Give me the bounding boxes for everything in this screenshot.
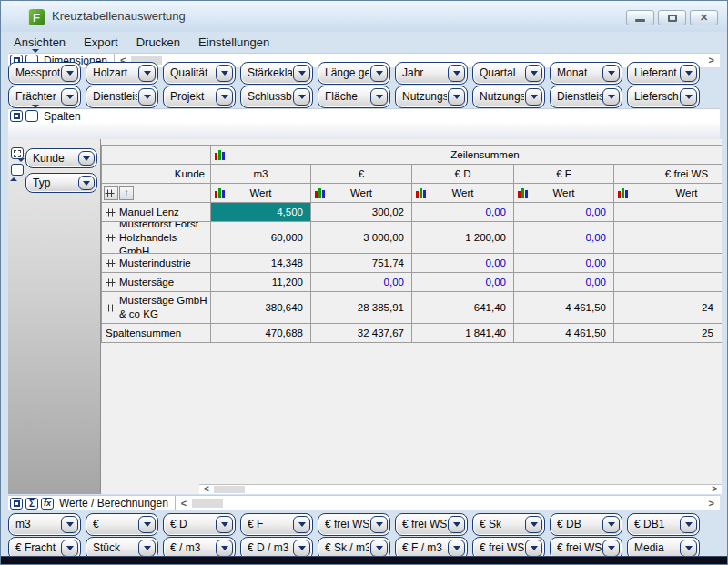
dimension-field-schlussbrief[interactable]: Schlussbrief — [240, 86, 313, 108]
panel-square-icon[interactable] — [10, 498, 23, 510]
value-cell[interactable] — [614, 222, 722, 254]
chevron-down-icon[interactable] — [602, 516, 620, 533]
sort-up-button[interactable]: ↑ — [119, 186, 134, 200]
chevron-down-icon[interactable] — [680, 88, 697, 106]
dimension-field-jahr[interactable]: Jahr — [395, 62, 468, 85]
value-cell[interactable]: 751,74 — [311, 254, 412, 273]
chevron-down-icon[interactable] — [138, 540, 156, 557]
chevron-down-icon[interactable] — [216, 88, 233, 106]
chevron-down-icon[interactable] — [78, 151, 95, 166]
dimension-field-qualität[interactable]: Qualität — [163, 62, 236, 85]
dimension-field-lieferschein[interactable]: Lieferschein — [627, 86, 700, 108]
value-cell[interactable]: 0,00 — [514, 203, 614, 222]
value-cell[interactable]: 1 200,00 — [412, 222, 514, 254]
column-header-d[interactable]: € D — [412, 165, 514, 184]
menu-item-ansichten[interactable]: Ansichten — [5, 33, 75, 52]
chevron-down-icon[interactable] — [216, 65, 233, 82]
scroll-left-icon[interactable]: < — [199, 485, 214, 494]
dimension-field-fläche[interactable]: Fläche — [318, 86, 390, 108]
dimension-field-quartal[interactable]: Quartal — [472, 62, 545, 85]
close-button[interactable]: ✕ — [690, 10, 718, 25]
column-header-m3[interactable]: m3 — [211, 165, 311, 184]
chevron-down-icon[interactable] — [525, 516, 542, 533]
chevron-down-icon[interactable] — [293, 88, 310, 106]
chevron-down-icon[interactable] — [448, 88, 465, 106]
menu-item-einstellungen[interactable]: Einstellungen — [189, 33, 278, 52]
value-field-item[interactable]: € — [86, 513, 158, 536]
scrollbar-thumb[interactable] — [214, 486, 245, 493]
chevron-down-icon[interactable] — [680, 516, 697, 533]
drag-handle-icon[interactable] — [106, 278, 116, 287]
panel-square-icon[interactable] — [10, 110, 23, 122]
value-cell[interactable]: 470,688 — [211, 324, 311, 343]
chevron-down-icon[interactable] — [61, 540, 78, 557]
value-cell[interactable]: 0,00 — [412, 203, 514, 222]
drag-handle-icon[interactable] — [106, 304, 116, 312]
drag-handle-icon[interactable] — [106, 259, 116, 267]
dimension-field-frächter[interactable]: Frächter — [8, 86, 81, 108]
value-cell[interactable]: 4 461,50 — [514, 324, 614, 343]
value-field-frei-ws-p[interactable]: € frei WS p — [395, 513, 468, 536]
value-field-db1[interactable]: € DB1 — [627, 513, 700, 536]
chevron-down-icon[interactable] — [448, 65, 465, 82]
column-header-f[interactable]: € F — [514, 165, 614, 184]
value-field-d[interactable]: € D — [163, 513, 236, 536]
chevron-down-icon[interactable] — [293, 540, 310, 557]
value-cell[interactable]: 3 000,00 — [311, 222, 412, 254]
selected-cell[interactable]: 4,500 — [211, 203, 311, 222]
value-cell[interactable]: 0,00 — [412, 273, 514, 292]
dimension-field-dienstleiste[interactable]: Dienstleiste — [86, 86, 158, 108]
dimension-field-lieferant[interactable]: Lieferant — [627, 62, 700, 85]
value-cell[interactable]: 32 437,67 — [311, 324, 412, 343]
value-cell[interactable]: 0,00 — [514, 254, 614, 273]
values-scrollbar[interactable]: < > — [175, 496, 720, 510]
chevron-down-icon[interactable] — [680, 65, 697, 82]
chevron-down-icon[interactable] — [680, 540, 697, 557]
value-cell[interactable]: 11,200 — [211, 273, 311, 292]
chevron-down-icon[interactable] — [602, 88, 620, 106]
chevron-down-icon[interactable] — [216, 540, 233, 557]
value-cell[interactable]: 300,02 — [311, 203, 412, 222]
chevron-down-icon[interactable] — [602, 540, 620, 557]
value-cell[interactable]: 4 461,50 — [514, 292, 614, 324]
value-cell[interactable] — [614, 203, 722, 222]
menu-item-export[interactable]: Export — [75, 33, 127, 52]
scroll-right-icon[interactable]: > — [707, 485, 722, 494]
restore-button[interactable] — [658, 10, 686, 25]
chevron-down-icon[interactable] — [293, 65, 310, 82]
value-field-sk[interactable]: € Sk — [472, 513, 545, 536]
value-cell[interactable]: 0,00 — [514, 273, 614, 292]
chevron-down-icon[interactable] — [370, 516, 388, 533]
chevron-down-icon[interactable] — [370, 540, 388, 557]
chevron-down-icon[interactable] — [370, 88, 388, 106]
chevron-down-icon[interactable] — [138, 65, 156, 82]
value-cell[interactable] — [614, 273, 722, 292]
chevron-down-icon[interactable] — [525, 540, 542, 557]
dimension-field-monat[interactable]: Monat — [550, 62, 622, 85]
chevron-down-icon[interactable] — [448, 516, 465, 533]
value-field-frei-ws[interactable]: € frei WS — [318, 513, 390, 536]
value-cell[interactable]: 24 — [614, 292, 722, 324]
value-cell[interactable]: 0,00 — [412, 254, 514, 273]
value-field-f[interactable]: € F — [240, 513, 313, 536]
column-header-item[interactable]: € — [311, 165, 412, 184]
value-cell[interactable]: 0,00 — [311, 273, 412, 292]
row-field-kunde[interactable]: Kunde — [25, 148, 97, 168]
chevron-down-icon[interactable] — [293, 516, 310, 533]
chevron-down-icon[interactable] — [216, 516, 233, 533]
columns-drop-zone[interactable] — [8, 123, 720, 139]
row-field-typ[interactable]: Typ — [25, 173, 97, 193]
column-header-frei-ws[interactable]: € frei WS — [614, 165, 722, 184]
collapse-updown-icon[interactable] — [11, 164, 24, 176]
dimension-field-projekt[interactable]: Projekt — [163, 86, 236, 108]
minimize-button[interactable] — [626, 10, 654, 25]
chevron-down-icon[interactable] — [525, 88, 542, 106]
sigma-icon[interactable]: Σ — [25, 498, 38, 510]
value-cell[interactable]: 641,40 — [412, 292, 514, 324]
dimension-field-länge-gest[interactable]: Länge gest — [318, 62, 390, 85]
value-cell[interactable]: 28 385,91 — [311, 292, 412, 324]
value-cell[interactable]: 0,00 — [514, 222, 614, 254]
menu-item-drucken[interactable]: Drucken — [127, 33, 189, 52]
value-cell[interactable]: 1 841,40 — [412, 324, 514, 343]
value-field-db[interactable]: € DB — [550, 513, 622, 536]
